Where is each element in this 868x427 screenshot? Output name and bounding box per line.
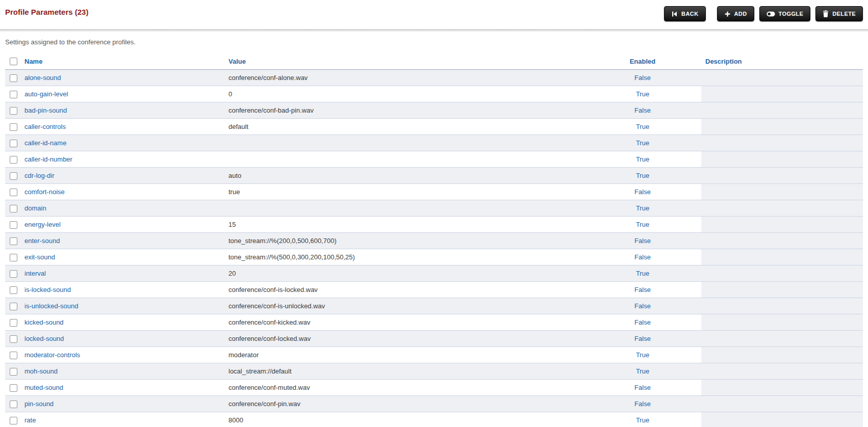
- parameter-name-link[interactable]: locked-sound: [24, 335, 64, 342]
- parameter-name-link[interactable]: enter-sound: [24, 237, 60, 245]
- parameter-description: [701, 233, 863, 249]
- row-checkbox[interactable]: [10, 107, 17, 115]
- table-row: domain True: [5, 200, 863, 217]
- parameter-enabled-value[interactable]: False: [634, 400, 651, 408]
- parameter-name-link[interactable]: caller-id-name: [24, 139, 66, 147]
- row-checkbox[interactable]: [10, 286, 17, 294]
- parameter-name-link[interactable]: caller-id-number: [24, 155, 72, 163]
- row-checkbox[interactable]: [10, 205, 17, 212]
- select-all-checkbox[interactable]: [10, 58, 17, 65]
- table-row: auto-gain-level 0 True: [5, 86, 863, 102]
- parameter-name-link[interactable]: auto-gain-level: [24, 90, 68, 98]
- parameter-name-link[interactable]: comfort-noise: [24, 188, 65, 196]
- table-row: bad-pin-sound conference/conf-bad-pin.wa…: [5, 102, 863, 119]
- row-checkbox[interactable]: [10, 91, 17, 98]
- column-header-enabled[interactable]: Enabled: [630, 58, 656, 65]
- row-checkbox[interactable]: [10, 172, 17, 180]
- table-row: caller-id-number True: [5, 151, 863, 168]
- parameter-enabled-value[interactable]: True: [636, 172, 649, 179]
- table-row: locked-sound conference/conf-locked.wav …: [5, 331, 863, 347]
- row-checkbox[interactable]: [10, 384, 17, 392]
- parameter-enabled-value[interactable]: False: [634, 286, 651, 293]
- delete-button-label: DELETE: [832, 11, 856, 17]
- parameter-description: [701, 331, 863, 347]
- row-checkbox[interactable]: [10, 221, 17, 229]
- table-row: energy-level 15 True: [5, 217, 863, 233]
- row-checkbox[interactable]: [10, 368, 17, 376]
- parameter-name-link[interactable]: is-unlocked-sound: [24, 302, 79, 310]
- parameter-description: [701, 119, 863, 135]
- add-button-label: ADD: [734, 11, 747, 17]
- parameter-value: true: [224, 184, 584, 200]
- table-row: caller-controls default True: [5, 119, 863, 135]
- row-checkbox[interactable]: [10, 303, 17, 310]
- parameter-name-link[interactable]: bad-pin-sound: [24, 106, 67, 114]
- parameter-enabled-value[interactable]: True: [636, 155, 649, 163]
- parameter-name-link[interactable]: muted-sound: [24, 384, 63, 391]
- parameter-name-link[interactable]: interval: [24, 270, 46, 277]
- parameter-value: 20: [224, 265, 584, 282]
- parameter-enabled-value[interactable]: True: [636, 367, 649, 375]
- add-button[interactable]: ADD: [717, 6, 754, 21]
- parameter-name-link[interactable]: energy-level: [24, 221, 61, 228]
- parameter-value: conference/conf-locked.wav: [224, 331, 584, 347]
- parameter-value: conference/conf-pin.wav: [224, 396, 584, 412]
- table-row: kicked-sound conference/conf-kicked.wav …: [5, 314, 863, 331]
- column-header-description[interactable]: Description: [705, 58, 742, 65]
- parameter-enabled-value[interactable]: True: [636, 221, 649, 228]
- parameter-value: conference/conf-is-locked.wav: [224, 282, 584, 298]
- row-checkbox[interactable]: [10, 74, 17, 82]
- row-checkbox[interactable]: [10, 123, 17, 131]
- row-checkbox[interactable]: [10, 401, 17, 408]
- parameter-enabled-value[interactable]: False: [634, 237, 651, 245]
- row-checkbox[interactable]: [10, 237, 17, 245]
- parameter-name-link[interactable]: exit-sound: [24, 253, 55, 261]
- parameter-name-link[interactable]: rate: [24, 416, 36, 424]
- parameter-enabled-value[interactable]: False: [634, 318, 651, 326]
- parameter-name-link[interactable]: pin-sound: [24, 400, 54, 408]
- parameter-name-link[interactable]: caller-controls: [24, 123, 66, 130]
- row-checkbox[interactable]: [10, 352, 17, 359]
- parameter-enabled-value[interactable]: False: [634, 384, 651, 391]
- parameter-value: conference/conf-bad-pin.wav: [224, 102, 584, 119]
- parameter-enabled-value[interactable]: False: [634, 188, 651, 196]
- table-row: enter-sound tone_stream://%(200,0,500,60…: [5, 233, 863, 249]
- parameter-value: tone_stream://%(200,0,500,600,700): [224, 233, 584, 249]
- column-header-value[interactable]: Value: [228, 58, 246, 65]
- parameter-description: [701, 380, 863, 396]
- row-checkbox[interactable]: [10, 270, 17, 278]
- parameter-name-link[interactable]: cdr-log-dir: [24, 172, 55, 179]
- row-checkbox[interactable]: [10, 254, 17, 261]
- profile-parameters-table: Name Value Enabled Description alone-sou…: [5, 53, 863, 427]
- parameter-enabled-value[interactable]: True: [636, 204, 649, 212]
- toggle-button[interactable]: TOGGLE: [759, 6, 811, 21]
- parameter-enabled-value[interactable]: True: [636, 123, 649, 130]
- parameter-name-link[interactable]: moh-sound: [24, 367, 58, 375]
- parameter-enabled-value[interactable]: False: [634, 74, 651, 82]
- parameter-enabled-value[interactable]: True: [636, 90, 649, 98]
- parameter-name-link[interactable]: kicked-sound: [24, 318, 64, 326]
- parameter-enabled-value[interactable]: True: [636, 270, 649, 277]
- parameter-enabled-value[interactable]: True: [636, 351, 649, 359]
- table-row: comfort-noise true False: [5, 184, 863, 200]
- parameter-enabled-value[interactable]: False: [634, 253, 651, 261]
- parameter-name-link[interactable]: moderator-controls: [24, 351, 80, 359]
- parameter-name-link[interactable]: domain: [24, 204, 46, 212]
- parameter-enabled-value[interactable]: False: [634, 302, 651, 310]
- parameter-enabled-value[interactable]: True: [636, 139, 649, 147]
- parameter-enabled-value[interactable]: True: [636, 416, 649, 424]
- row-checkbox[interactable]: [10, 156, 17, 164]
- row-checkbox[interactable]: [10, 335, 17, 343]
- parameter-enabled-value[interactable]: False: [634, 335, 651, 342]
- row-checkbox[interactable]: [10, 417, 17, 424]
- parameter-name-link[interactable]: is-locked-sound: [24, 286, 71, 293]
- plus-icon: [724, 11, 731, 17]
- column-header-name[interactable]: Name: [24, 58, 42, 65]
- row-checkbox[interactable]: [10, 189, 17, 196]
- parameter-name-link[interactable]: alone-sound: [24, 74, 61, 82]
- delete-button[interactable]: DELETE: [815, 6, 863, 21]
- row-checkbox[interactable]: [10, 140, 17, 147]
- parameter-enabled-value[interactable]: False: [634, 106, 651, 114]
- back-button[interactable]: BACK: [664, 6, 705, 21]
- row-checkbox[interactable]: [10, 319, 17, 327]
